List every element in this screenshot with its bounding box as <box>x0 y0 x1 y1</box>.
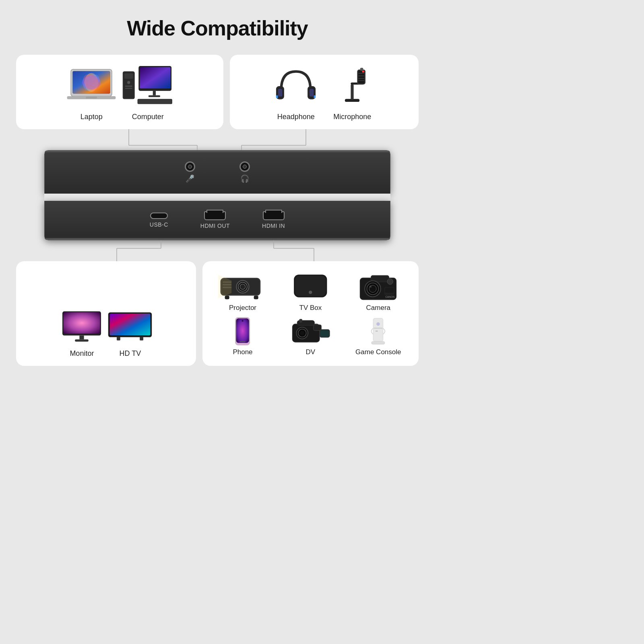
projector-icon <box>218 272 267 301</box>
dv-item: DV <box>278 317 343 356</box>
svg-point-95 <box>300 331 304 335</box>
svg-rect-105 <box>372 341 385 344</box>
microphone-item: Microphone <box>326 66 378 121</box>
svg-rect-13 <box>149 95 160 97</box>
svg-rect-56 <box>80 336 84 340</box>
tvbox-label: TV Box <box>299 304 322 312</box>
connector-bottom <box>44 240 390 261</box>
camera-label: Camera <box>366 304 390 312</box>
gameconsole-icon <box>365 317 391 346</box>
hdmi-out-item: HDMI OUT <box>200 211 230 229</box>
bottom-left-card: Monitor <box>16 261 196 366</box>
computer-icon <box>122 66 174 106</box>
svg-text:CANON: CANON <box>386 295 395 298</box>
top-cards-row: Laptop <box>16 55 419 129</box>
svg-rect-27 <box>310 89 314 97</box>
svg-rect-34 <box>359 71 365 83</box>
device-bottom: USB-C HDMI OUT HDMI IN <box>44 201 390 240</box>
headphone-label: Headphone <box>277 113 315 121</box>
laptop-icon <box>65 66 118 106</box>
svg-rect-12 <box>153 91 156 95</box>
headphone-item: Headphone <box>270 66 322 121</box>
svg-rect-18 <box>125 88 132 89</box>
monitor-item: Monitor <box>60 311 104 358</box>
projector-item: Projector <box>211 272 275 312</box>
svg-point-90 <box>242 320 244 322</box>
computer-item: Computer <box>122 66 174 121</box>
svg-rect-100 <box>299 319 302 322</box>
svg-rect-101 <box>374 318 383 342</box>
laptop-item: Laptop <box>65 66 118 121</box>
svg-rect-62 <box>140 337 144 341</box>
phone-label: Phone <box>233 348 252 356</box>
svg-point-83 <box>387 279 393 284</box>
svg-rect-85 <box>385 288 394 293</box>
svg-rect-60 <box>110 314 151 335</box>
gameconsole-label: Game Console <box>355 348 401 356</box>
monitor-label: Monitor <box>70 349 94 358</box>
svg-point-16 <box>127 81 130 84</box>
svg-rect-55 <box>64 312 100 334</box>
tvbox-icon <box>292 272 329 301</box>
projector-label: Projector <box>229 304 256 312</box>
top-left-card: Laptop <box>16 55 223 129</box>
hdtv-label: HD TV <box>120 349 141 358</box>
svg-point-67 <box>240 284 245 289</box>
svg-rect-61 <box>117 337 120 341</box>
svg-rect-89 <box>236 318 249 343</box>
hdmi-in-item: HDMI IN <box>262 211 285 229</box>
laptop-label: Laptop <box>80 113 103 121</box>
svg-rect-91 <box>240 341 246 342</box>
svg-rect-72 <box>225 296 229 299</box>
headphone-icon <box>270 66 322 106</box>
devices-grid: Projector TV Box <box>211 272 411 356</box>
usbc-item: USB-C <box>150 213 168 228</box>
computer-label: Computer <box>132 113 164 121</box>
monitor-icon <box>60 311 104 343</box>
dv-label: DV <box>306 348 316 356</box>
bottom-right-card: Projector TV Box <box>202 261 419 366</box>
hdmi-out-label: HDMI OUT <box>200 223 230 229</box>
connector-top <box>44 129 390 150</box>
camera-item: CANON Camera <box>346 272 411 312</box>
svg-rect-29 <box>314 95 316 98</box>
hdtv-icon <box>108 311 152 343</box>
phone-item: Phone <box>211 317 275 356</box>
camera-icon: CANON <box>358 272 398 301</box>
svg-point-104 <box>376 322 380 326</box>
svg-rect-40 <box>360 68 363 71</box>
svg-rect-20 <box>138 100 172 103</box>
top-right-card: Headphone <box>230 55 419 129</box>
gameconsole-item: Game Console <box>346 317 411 356</box>
svg-point-82 <box>369 285 372 287</box>
svg-rect-17 <box>125 86 132 87</box>
page-title: Wide Compatibility <box>127 16 308 40</box>
device-top: 🎤 🎧 <box>44 150 390 194</box>
tvbox-item: TV Box <box>278 272 343 312</box>
microphone-label: Microphone <box>333 113 371 121</box>
hdtv-item: HD TV <box>108 311 152 358</box>
svg-rect-24 <box>278 89 283 97</box>
svg-rect-31 <box>351 84 354 99</box>
svg-rect-8 <box>86 97 97 99</box>
svg-rect-103 <box>376 331 378 332</box>
svg-rect-11 <box>140 67 170 89</box>
device-gap <box>44 194 390 201</box>
headphone-port-item: 🎧 <box>239 161 250 183</box>
svg-rect-15 <box>124 73 133 79</box>
svg-rect-73 <box>254 296 258 299</box>
phone-icon <box>234 317 251 346</box>
usbc-label: USB-C <box>150 221 168 228</box>
svg-point-76 <box>309 291 312 294</box>
svg-rect-28 <box>276 95 278 98</box>
svg-rect-102 <box>374 328 383 328</box>
microphone-icon <box>326 66 378 106</box>
mic-port-item: 🎤 <box>185 161 195 183</box>
svg-rect-98 <box>320 330 329 336</box>
hdmi-in-label: HDMI IN <box>262 223 285 229</box>
dv-icon <box>291 317 330 346</box>
bottom-cards-row: Monitor <box>16 261 419 366</box>
svg-rect-57 <box>75 339 89 342</box>
